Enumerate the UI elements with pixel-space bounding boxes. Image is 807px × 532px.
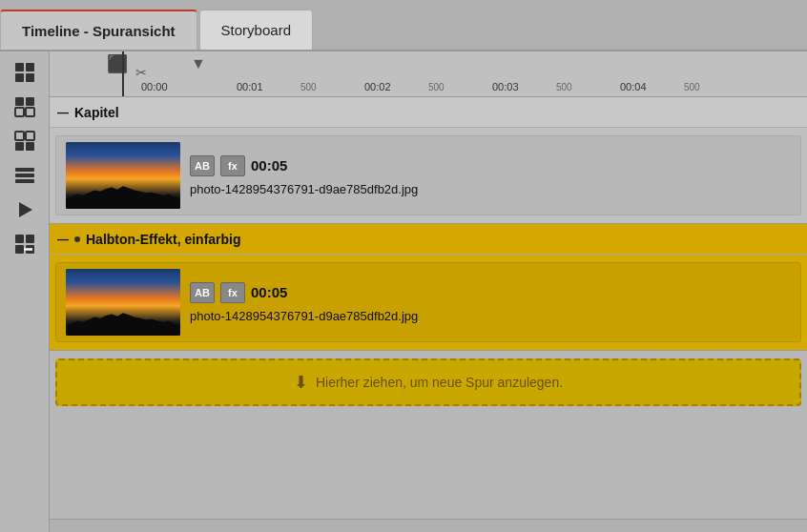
track-group-halbton: — Halbton-Effekt, einfarbig [50,224,807,351]
remove-track-icon[interactable] [8,229,42,259]
track-dot-halbton [74,236,80,242]
collapse-icon-halbton[interactable]: — [57,233,69,246]
clip-container-halbton: AB fx 00:05 photo-1428954376791-d9ae785d… [50,255,807,350]
playhead-cursor-icon: ⬛ [107,53,128,74]
fx-icon-kapitel: fx [220,155,245,176]
scissors-icon: ✂ [135,65,147,80]
ruler-sub-4: 500 [684,82,700,92]
svg-rect-6 [15,108,24,116]
time-ruler: ⬛ ✂ ▼ 00:00 00:01 00:02 00:03 00:04 500 … [50,51,807,97]
svg-rect-1 [26,63,34,72]
ruler-sub-1: 500 [300,82,317,92]
clip-info-halbton: AB fx 00:05 photo-1428954376791-d9ae785d… [190,282,791,323]
track-label-halbton: Halbton-Effekt, einfarbig [86,232,241,247]
clip-icons-row-halbton: AB fx 00:05 [190,282,791,303]
add-track-bottom-icon[interactable] [8,126,42,156]
svg-marker-16 [19,202,32,217]
collapse-icon-kapitel[interactable]: — [57,106,69,119]
ruler-mark-2: 00:02 [364,81,391,92]
sunset-image-2 [66,269,180,336]
ruler-sub-3: 500 [556,82,572,92]
ruler-mark-4: 00:04 [620,81,647,92]
clip-item-kapitel[interactable]: AB fx 00:05 photo-1428954376791-d9ae785d… [55,135,801,215]
tab-bar: Timeline - Spuransicht Storyboard [0,0,807,51]
track-header-halbton[interactable]: — Halbton-Effekt, einfarbig [50,224,807,255]
clip-duration-halbton: 00:05 [251,284,287,300]
svg-rect-17 [15,235,24,243]
track-group-kapitel: — Kapitel [50,97,807,224]
tab-timeline[interactable]: Timeline - Spuransicht [0,10,197,50]
text-icon-kapitel: AB [190,155,215,176]
clip-info-kapitel: AB fx 00:05 photo-1428954376791-d9ae785d… [190,155,791,196]
ruler-sub-2: 500 [428,82,445,92]
svg-rect-18 [26,235,34,243]
svg-rect-11 [15,142,24,151]
svg-rect-2 [15,73,24,82]
track-label-kapitel: Kapitel [74,105,119,120]
playhead[interactable] [122,51,124,96]
svg-rect-0 [15,63,24,72]
sunset-silhouette-1 [66,182,180,209]
svg-rect-19 [15,245,24,254]
ruler-mark-3: 00:03 [492,81,519,92]
drop-arrow-icon: ⬇ [294,372,308,393]
svg-rect-4 [15,97,24,106]
drop-zone-label: Hierher ziehen, um neue Spur anzulegen. [316,375,563,390]
multi-track-icon[interactable] [8,160,42,191]
play-icon[interactable] [8,194,42,225]
horizontal-scrollbar[interactable] [50,519,807,532]
svg-rect-5 [26,97,34,106]
tab-timeline-label: Timeline - Spuransicht [22,23,176,39]
clip-container-kapitel: AB fx 00:05 photo-1428954376791-d9ae785d… [50,128,807,223]
clip-filename-halbton: photo-1428954376791-d9ae785dfb2d.jpg [190,309,791,323]
tab-storyboard[interactable]: Storyboard [199,10,313,50]
tracks-container: — Kapitel [50,97,807,519]
ruler-mark-1: 00:01 [237,81,263,92]
main-content: ⬛ ✂ ▼ 00:00 00:01 00:02 00:03 00:04 500 … [0,51,807,532]
app-window: Timeline - Spuransicht Storyboard [0,0,807,532]
left-toolbar [0,51,50,532]
svg-rect-7 [26,108,34,116]
svg-rect-15 [15,179,34,183]
clip-thumbnail-halbton [66,269,180,336]
svg-rect-3 [26,73,34,82]
ruler-mark-0: 00:00 [141,81,168,92]
svg-rect-12 [26,142,34,151]
down-arrow-ruler-icon: ▼ [191,55,206,72]
svg-rect-9 [15,132,24,140]
sunset-silhouette-2 [66,309,180,336]
timeline-area: ⬛ ✂ ▼ 00:00 00:01 00:02 00:03 00:04 500 … [50,51,807,532]
clip-icons-row-kapitel: AB fx 00:05 [190,155,791,176]
sunset-image-1 [66,142,180,209]
svg-rect-14 [15,174,34,177]
drop-zone[interactable]: ⬇ Hierher ziehen, um neue Spur anzulegen… [55,358,801,406]
svg-rect-13 [15,168,34,172]
text-icon-halbton: AB [190,282,215,303]
tab-storyboard-label: Storyboard [221,22,291,38]
clip-item-halbton[interactable]: AB fx 00:05 photo-1428954376791-d9ae785d… [55,262,801,342]
add-track-top-icon[interactable] [8,92,42,122]
svg-rect-10 [26,132,34,140]
clip-thumbnail-kapitel [66,142,180,209]
track-header-kapitel[interactable]: — Kapitel [50,97,807,128]
grid-icon[interactable] [8,57,42,88]
clip-duration-kapitel: 00:05 [251,157,287,174]
fx-icon-halbton: fx [220,282,245,303]
clip-filename-kapitel: photo-1428954376791-d9ae785dfb2d.jpg [190,182,791,196]
